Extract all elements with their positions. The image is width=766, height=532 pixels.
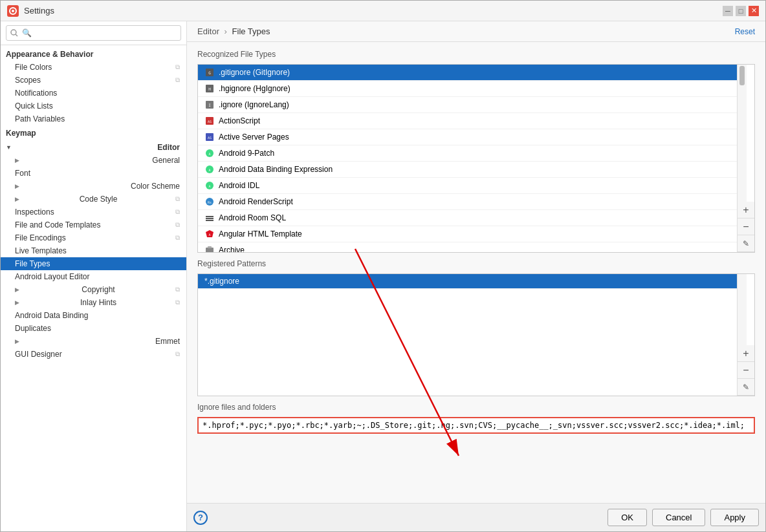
sidebar-item-font[interactable]: Font [1,167,186,180]
file-icon: G [204,67,215,78]
ignore-input[interactable] [197,417,755,434]
sidebar-item-android-layout-editor[interactable]: Android Layout Editor [1,270,186,283]
title-bar-left: Settings [7,5,54,17]
file-icon: AS [204,132,215,142]
file-type-archive[interactable]: Archive [198,242,737,252]
file-type-actionscript[interactable]: AS ActionScript [198,113,737,129]
title-bar: Settings ─ □ ✕ [1,1,765,21]
file-icon: I [204,100,215,110]
settings-window: Settings ─ □ ✕ Appearance & Behavior Fil… [0,0,766,532]
sidebar-item-file-encodings[interactable]: File Encodings ⧉ [1,231,186,244]
recognized-scrollbar[interactable] [738,65,747,202]
apply-button[interactable]: Apply [710,509,759,526]
file-type-gitignore[interactable]: G .gitignore (GitIgnore) [198,65,737,81]
breadcrumb-parent: Editor [197,27,219,36]
sidebar-item-file-code-templates[interactable]: File and Code Templates ⧉ [1,218,186,231]
file-type-android-renderscript[interactable]: Rs Android RenderScript [198,194,737,210]
registered-scrollbar-area: + − ✎ [737,274,754,396]
ignore-label: Ignore files and folders [197,403,755,412]
sidebar-item-android-data-binding[interactable]: Android Data Binding [1,309,186,322]
scrollbar-thumb [739,66,745,85]
sidebar-item-quick-lists[interactable]: Quick Lists [1,100,186,112]
sidebar-item-code-style[interactable]: ▶Code Style ⧉ [1,193,186,206]
sidebar-item-file-colors[interactable]: File Colors ⧉ [1,61,186,74]
panel-sections: Recognized File Types G .gitignore (GitI… [187,42,765,503]
add-file-type-button[interactable]: + [738,202,754,218]
recognized-label: Recognized File Types [197,50,755,59]
main-content: Appearance & Behavior File Colors ⧉ Scop… [1,21,765,531]
recognized-list[interactable]: G .gitignore (GitIgnore) H .hgignore (Hg… [198,65,737,252]
svg-rect-25 [206,248,213,252]
action-buttons: OK Cancel Apply [607,509,759,526]
sidebar-item-duplicates[interactable]: Duplicates [1,322,186,335]
right-panel: Editor › File Types Reset Recognized Fil… [187,21,765,531]
sidebar-item-copyright[interactable]: ▶Copyright ⧉ [1,283,186,296]
sidebar-item-inlay-hints[interactable]: ▶Inlay Hints ⧉ [1,296,186,309]
file-type-ignore[interactable]: I .ignore (IgnoreLang) [198,97,737,113]
remove-pattern-button[interactable]: − [738,362,754,379]
sidebar-item-emmet[interactable]: ▶Emmet [1,335,186,348]
sidebar-item-gui-designer[interactable]: GUI Designer ⧉ [1,348,186,361]
copy-icon: ⧉ [175,76,180,84]
close-button[interactable]: ✕ [749,6,759,16]
pattern-gitignore[interactable]: *.gitignore [198,274,737,289]
add-pattern-button[interactable]: + [738,345,754,362]
svg-rect-26 [208,246,212,248]
sidebar-category-appearance[interactable]: Appearance & Behavior [1,48,186,61]
sidebar-item-file-types[interactable]: File Types [1,257,186,270]
sidebar-item-color-scheme[interactable]: ▶Color Scheme [1,180,186,193]
sidebar-item-path-variables[interactable]: Path Variables [1,112,186,125]
breadcrumb: Editor › File Types [197,27,270,36]
sidebar-item-scopes[interactable]: Scopes ⧉ [1,74,186,87]
svg-text:G: G [208,70,211,75]
maximize-button[interactable]: □ [736,6,746,16]
copy-icon: ⧉ [175,234,180,242]
app-icon [7,5,19,17]
file-type-asp[interactable]: AS Active Server Pages [198,129,737,145]
help-button[interactable]: ? [193,511,208,525]
copy-icon: ⧉ [175,221,180,229]
file-type-android-idl[interactable]: A Android IDL [198,178,737,194]
file-type-hgignore[interactable]: H .hgignore (HgIgnore) [198,81,737,97]
svg-text:H: H [208,87,211,91]
cancel-button[interactable]: Cancel [652,509,705,526]
search-input[interactable] [6,25,181,41]
reset-button[interactable]: Reset [735,27,755,36]
sidebar-category-keymap[interactable]: Keymap [1,127,186,140]
sidebar-category-editor[interactable]: ▼Editor [1,141,186,154]
file-icon: AS [204,116,215,126]
svg-rect-22 [206,220,213,221]
ignore-section: Ignore files and folders [197,403,755,434]
edit-pattern-button[interactable]: ✎ [738,379,754,396]
sidebar-item-general[interactable]: ▶General [1,154,186,167]
registered-list[interactable]: *.gitignore [198,274,737,396]
file-type-android-data-binding[interactable]: A Android Data Binding Expression [198,162,737,178]
copy-icon: ⧉ [175,286,180,293]
copy-icon: ⧉ [175,350,180,358]
file-type-angular[interactable]: A Angular HTML Template [198,226,737,242]
edit-file-type-button[interactable]: ✎ [738,235,754,252]
file-type-android-room-sql[interactable]: Android Room SQL [198,210,737,226]
registered-scrollbar[interactable] [738,274,747,345]
remove-file-type-button[interactable]: − [738,218,754,235]
file-icon: A [204,229,215,239]
window-controls: ─ □ ✕ [723,6,759,16]
sidebar-item-live-templates[interactable]: Live Templates [1,244,186,257]
bottom-bar: ? OK Cancel Apply [187,503,765,531]
minimize-button[interactable]: ─ [723,6,733,16]
ok-button[interactable]: OK [607,509,647,526]
copy-icon: ⧉ [175,208,180,216]
recognized-scrollbar-area: + − ✎ [737,65,754,252]
copy-icon: ⧉ [175,195,180,203]
file-icon: A [204,164,215,175]
svg-text:AS: AS [208,120,212,123]
sidebar: Appearance & Behavior File Colors ⧉ Scop… [1,21,187,531]
copy-icon: ⧉ [175,63,180,71]
registered-list-container: *.gitignore + − ✎ [197,273,755,396]
sidebar-item-inspections[interactable]: Inspections ⧉ [1,206,186,218]
svg-rect-21 [206,218,213,219]
window-title: Settings [24,6,54,16]
file-type-android-9patch[interactable]: A Android 9-Patch [198,145,737,162]
svg-text:A: A [208,168,210,172]
sidebar-item-notifications[interactable]: Notifications [1,87,186,100]
